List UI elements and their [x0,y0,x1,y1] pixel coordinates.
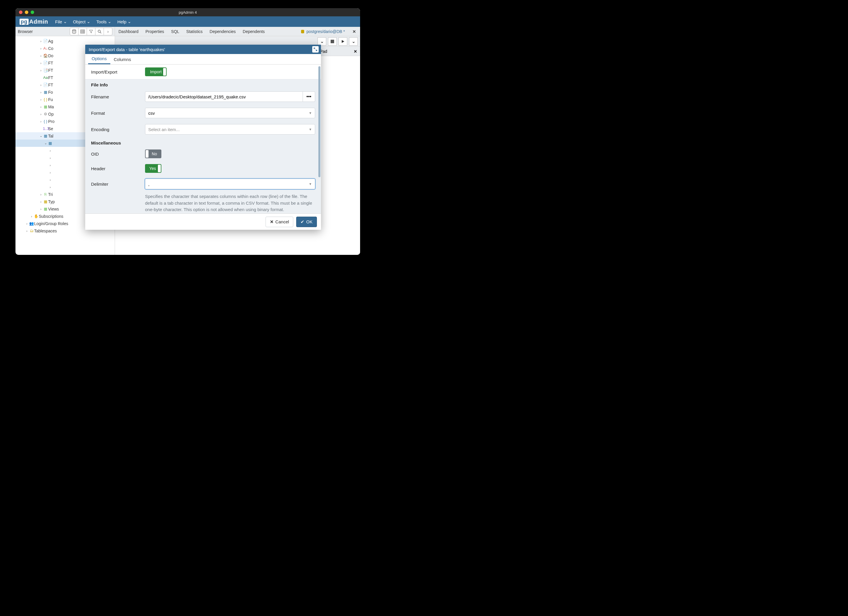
filter-button[interactable] [87,28,95,35]
tree-node-label: Do [48,53,53,58]
app-window: pgAdmin 4 pgAdmin File⌄ Object⌄ Tools⌄ H… [15,8,360,255]
dialog-footer: ✕ Cancel ✔ OK [85,214,321,230]
tree-caret-icon: › [48,171,52,174]
tree-node-label: Typ [48,199,55,204]
more-button[interactable]: › [104,28,112,35]
encoding-label: Encoding [91,127,145,132]
import-export-label: Import/Export [91,70,145,74]
tree-node-icon: 📑 [43,68,48,73]
query-tool-button[interactable] [70,28,79,35]
tab-query-editor[interactable]: postgres/dario@DB * [297,29,348,34]
delimiter-select[interactable]: , ▼ [145,179,315,189]
misc-section: Miscellaneous [85,138,321,147]
menu-object[interactable]: Object⌄ [70,19,93,24]
cancel-button[interactable]: ✕ Cancel [265,217,294,227]
import-export-toggle[interactable]: Import [145,67,167,76]
tree-node-icon: ▦ [43,90,48,94]
tree-node-label: Tablespaces [34,229,57,233]
tab-close-button[interactable]: ✕ [348,29,360,34]
tree-caret-icon: › [39,68,43,72]
tab-statistics[interactable]: Statistics [183,29,206,34]
chevron-down-icon: ▼ [309,182,312,186]
tree-node-icon: 📄 [43,39,48,43]
tree-caret-icon: › [39,91,43,94]
tree-caret-icon: › [39,193,43,196]
tree-node-icon: ⎘ [43,192,48,196]
svg-rect-4 [331,40,334,43]
tree-caret-icon: › [39,120,43,123]
chevron-down-icon: ⌄ [127,19,131,24]
tree-caret-icon: › [48,178,52,182]
dialog-tab-options[interactable]: Options [88,54,110,64]
menu-tools[interactable]: Tools⌄ [93,19,114,24]
tab-dashboard[interactable]: Dashboard [115,29,142,34]
tree-node-label: FT [48,75,53,80]
tree-node-icon: ▦ [43,207,48,211]
filename-input[interactable] [145,91,303,102]
scratch-pad-close-button[interactable]: ✕ [354,49,357,54]
dialog-scrollbar[interactable] [318,66,320,177]
encoding-select[interactable]: Select an item... ▼ [145,124,315,135]
play-icon [341,40,345,43]
tree-node-icon: 👥 [29,221,34,226]
view-data-button[interactable] [78,28,87,35]
tree-node-label: FT [48,83,53,87]
tree-node-label: Pro [48,119,55,124]
filename-label: Filename [91,94,145,99]
search-button[interactable] [95,28,104,35]
tree-node[interactable]: ›📄Ag [15,37,115,45]
database-icon [301,30,305,34]
tree-node-label: FT [48,68,53,73]
file-info-section: File Info [85,79,321,89]
tree-caret-icon: ⌄ [43,141,47,145]
oid-toggle[interactable]: No [145,150,162,158]
browser-title: Browser [18,29,33,34]
chevron-down-icon: ⌄ [87,19,90,24]
menu-file[interactable]: File⌄ [52,19,70,24]
tree-caret-icon: › [39,200,43,203]
app-logo: pgAdmin [15,18,52,25]
tree-node-label: Tal [48,134,53,138]
tree-caret-icon: › [39,105,43,108]
svg-rect-1 [80,30,85,33]
filename-browse-button[interactable]: ••• [303,91,315,102]
check-icon: ✔ [301,219,304,224]
tree-node-icon: ▦ [43,199,48,204]
tree-node-icon: ▦ [47,141,53,145]
tree-node-label: Login/Group Roles [34,221,68,226]
tab-properties[interactable]: Properties [142,29,168,34]
chevron-down-icon: ⌄ [320,39,324,44]
format-select[interactable]: csv ▼ [145,108,315,118]
tree-node-icon: ▦ [43,134,48,138]
tree-caret-icon: › [48,149,52,152]
tab-dependents[interactable]: Dependents [239,29,268,34]
tab-sql[interactable]: SQL [168,29,183,34]
tree-node-label: Fu [48,97,53,102]
stop-icon [331,40,334,43]
chevron-down-icon: ⌄ [351,39,356,44]
oid-label: OID [91,151,145,156]
toolbar-dropdown-button[interactable]: ⌄ [317,37,326,46]
header-toggle[interactable]: Yes [145,164,162,173]
tree-caret-icon: › [25,229,29,233]
run-button[interactable] [338,37,347,46]
tree-caret-icon: › [48,186,52,189]
chevron-down-icon: ⌄ [108,19,111,24]
menu-help[interactable]: Help⌄ [114,19,134,24]
expand-icon [314,47,317,51]
tree-node-icon: 🗂 [29,229,34,233]
tree-node-label: Fo [48,90,53,95]
dialog-tab-columns[interactable]: Columns [110,55,135,64]
tree-node-icon: 📄 [43,83,48,87]
main-tabs: Dashboard Properties SQL Statistics Depe… [115,27,360,36]
tree-caret-icon: › [48,163,52,167]
tab-dependencies[interactable]: Dependencies [206,29,239,34]
stop-button[interactable] [328,37,337,46]
dialog-expand-button[interactable] [312,46,319,53]
ok-button[interactable]: ✔ OK [296,217,317,227]
run-dropdown-button[interactable]: ⌄ [349,37,358,46]
tree-node-icon: { } [43,97,48,102]
tree-caret-icon: › [39,113,43,116]
tree-node-icon: 1..3 [43,126,48,131]
tree-caret-icon: › [39,47,43,50]
